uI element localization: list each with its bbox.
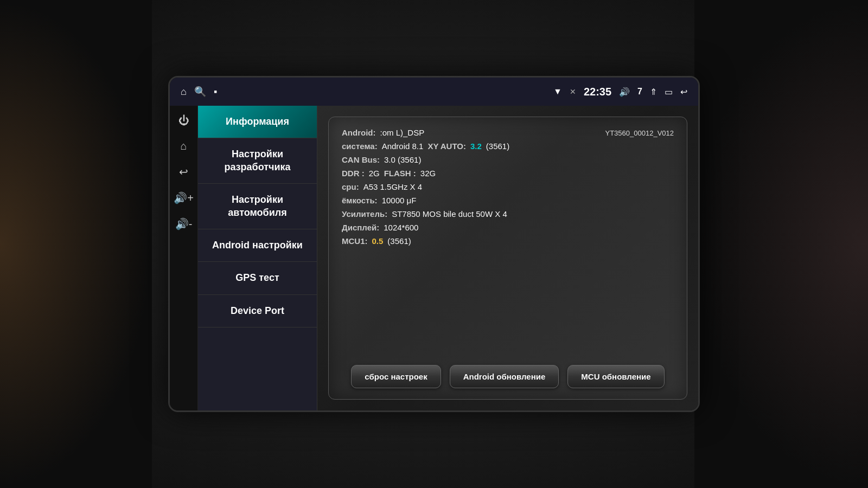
display-label: Дисплей: (342, 223, 379, 232)
canbus-value: 3.0 (3561) (384, 155, 421, 164)
status-left-icons: ⌂ 🔍 ▪ (181, 86, 217, 98)
ddr-value: 2G (369, 169, 380, 178)
home-icon[interactable]: ⌂ (181, 86, 187, 98)
info-row-display: Дисплей: 1024*600 (342, 223, 674, 232)
flash-label: FLASH : (384, 169, 416, 178)
status-bar: ⌂ 🔍 ▪ ▼ ✕ 22:35 🔊 7 ⇑ ▭ ↩ (170, 78, 698, 106)
back-sidebar-icon[interactable]: ↩ (179, 165, 188, 178)
signal-boost-icon: ⇑ (650, 87, 657, 97)
sistema-value: Android 8.1 (382, 142, 424, 151)
home-sidebar-icon[interactable]: ⌂ (180, 140, 187, 152)
volume-up-icon[interactable]: 🔊+ (174, 191, 194, 204)
display-value: 1024*600 (384, 223, 418, 232)
amp-label: Усилитель: (342, 209, 387, 219)
canbus-label: CAN Bus: (342, 155, 380, 164)
wifi-icon: ▼ (553, 87, 562, 97)
menu-item-gps[interactable]: GPS тест (198, 262, 317, 294)
speaker-icon: 🔊 (619, 87, 630, 97)
screen: ⌂ 🔍 ▪ ▼ ✕ 22:35 🔊 7 ⇑ ▭ ↩ (170, 78, 698, 410)
xy-value: 3.2 (470, 142, 482, 151)
info-rows: Android: :om L)_DSP YT3560_00012_V012 си… (342, 128, 674, 246)
menu-panel: Информация Настройки разработчика Настро… (198, 106, 317, 410)
info-row-amplifier: Усилитель: ST7850 MOS bile duct 50W X 4 (342, 209, 674, 219)
info-row-android: Android: :om L)_DSP YT3560_00012_V012 (342, 128, 674, 137)
no-sim-icon: ✕ (570, 87, 576, 96)
amp-value: ST7850 MOS bile duct 50W X 4 (392, 209, 507, 219)
menu-item-port[interactable]: Device Port (198, 295, 317, 328)
buttons-row: сброс настроек Android обновление MCU об… (342, 365, 674, 388)
menu-item-developer[interactable]: Настройки разработчика (198, 138, 317, 184)
android-value: :om L)_DSP (380, 128, 424, 137)
info-row-ddr: DDR : 2G FLASH : 32G (342, 169, 674, 178)
sistema-label: система: (342, 142, 378, 151)
status-right-icons: ▼ ✕ 22:35 🔊 7 ⇑ ▭ ↩ (553, 86, 687, 98)
square-icon[interactable]: ▪ (214, 86, 217, 98)
menu-item-info[interactable]: Информация (198, 106, 317, 138)
menu-item-android[interactable]: Android настройки (198, 229, 317, 262)
main-content: ⏻ ⌂ ↩ 🔊+ 🔊- Информация Настройки разрабо… (170, 106, 698, 410)
screen-icon: ▭ (665, 87, 673, 97)
cpu-value: A53 1.5GHz X 4 (363, 182, 422, 191)
search-icon[interactable]: 🔍 (194, 86, 206, 98)
xy-paren: (3561) (486, 142, 509, 151)
ddr-label: DDR : (342, 169, 365, 178)
status-time: 22:35 (584, 86, 611, 98)
info-row-sistema: система: Android 8.1 XY AUTO: 3.2 (3561) (342, 142, 674, 151)
capacity-label: ёмкость: (342, 196, 378, 205)
info-card: Android: :om L)_DSP YT3560_00012_V012 си… (328, 117, 687, 400)
android-label: Android: (342, 128, 375, 137)
battery-level: 7 (637, 87, 642, 97)
info-row-canbus: CAN Bus: 3.0 (3561) (342, 155, 674, 164)
xy-label: XY AUTO: (427, 142, 466, 151)
mcu-value: 0.5 (372, 236, 384, 246)
mcu-label: MCU1: (342, 236, 368, 246)
device-frame: ⌂ 🔍 ▪ ▼ ✕ 22:35 🔊 7 ⇑ ▭ ↩ (168, 76, 700, 412)
capacity-value: 10000 μF (382, 196, 417, 205)
back-icon[interactable]: ↩ (680, 87, 687, 97)
mcu-paren: (3561) (387, 236, 411, 246)
mcu-update-button[interactable]: MCU обновление (567, 365, 664, 388)
reset-button[interactable]: сброс настроек (351, 365, 441, 388)
android-update-button[interactable]: Android обновление (450, 365, 559, 388)
info-panel: Android: :om L)_DSP YT3560_00012_V012 си… (317, 106, 698, 410)
cpu-label: cpu: (342, 182, 359, 191)
info-row-capacity: ёмкость: 10000 μF (342, 196, 674, 205)
sidebar-icons: ⏻ ⌂ ↩ 🔊+ 🔊- (170, 106, 198, 410)
volume-down-icon[interactable]: 🔊- (175, 217, 193, 230)
info-row-cpu: cpu: A53 1.5GHz X 4 (342, 182, 674, 191)
flash-value: 32G (420, 169, 436, 178)
power-icon[interactable]: ⏻ (178, 114, 189, 127)
info-row-mcu: MCU1: 0.5 (3561) (342, 236, 674, 246)
photo-background: ⌂ 🔍 ▪ ▼ ✕ 22:35 🔊 7 ⇑ ▭ ↩ (0, 0, 868, 488)
menu-item-car[interactable]: Настройки автомобиля (198, 184, 317, 229)
version-id: YT3560_00012_V012 (605, 129, 674, 137)
